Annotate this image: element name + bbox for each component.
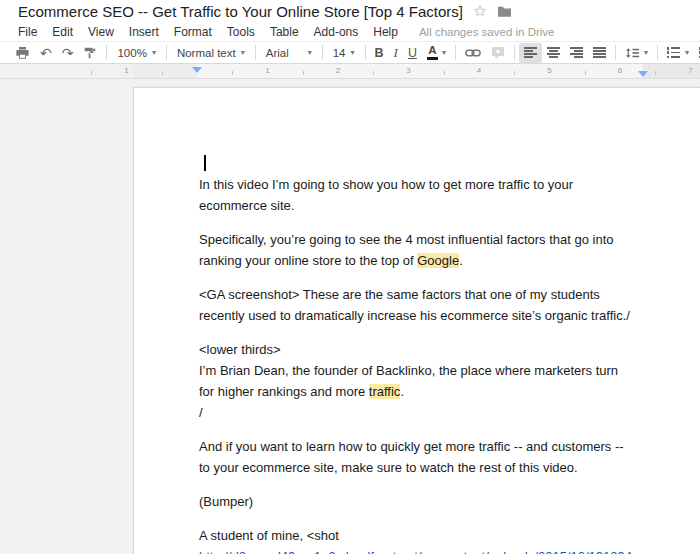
body-text: to your ecommerce site, make sure to wat…: [199, 460, 578, 475]
italic-button[interactable]: I: [389, 43, 403, 63]
right-indent-marker[interactable]: [638, 71, 648, 77]
body-text: recently used to dramatically increase h…: [199, 308, 630, 323]
insert-link-button[interactable]: [460, 43, 486, 63]
chevron-down-icon: ▾: [152, 49, 156, 57]
ruler-number: 1: [265, 66, 269, 75]
undo-icon: ↶: [40, 46, 52, 60]
align-justify-button[interactable]: [588, 43, 611, 63]
blank-line: [199, 478, 700, 491]
body-text: (Bumper): [199, 494, 253, 509]
ruler-tick: [162, 71, 163, 75]
align-right-button[interactable]: [565, 43, 588, 63]
numbered-list-icon: [667, 47, 681, 58]
text-line: http://d2ucnyd49ww1a6.cloudfront.net/wp-…: [199, 546, 700, 554]
align-left-button[interactable]: [519, 43, 542, 63]
redo-button[interactable]: ↷: [57, 43, 79, 63]
undo-button[interactable]: ↶: [35, 43, 57, 63]
menu-item-format[interactable]: Format: [174, 25, 212, 39]
blank-line: [199, 216, 700, 229]
text-line: ranking your online store to the top of …: [199, 250, 700, 271]
bold-button[interactable]: B: [370, 43, 389, 63]
document-title[interactable]: Ecommerce SEO -- Get Traffic to Your Onl…: [18, 3, 463, 20]
chevron-down-icon: ▾: [442, 49, 446, 57]
ruler-number: 6: [618, 66, 622, 75]
chevron-down-icon: ▾: [351, 49, 355, 57]
bulleted-list-button[interactable]: ▾: [694, 43, 700, 63]
font-family-select[interactable]: Arial ▾: [260, 43, 318, 63]
menu-item-file[interactable]: File: [18, 25, 37, 39]
ruler-number: 7: [688, 66, 692, 75]
menu-item-insert[interactable]: Insert: [129, 25, 159, 39]
menu-item-help[interactable]: Help: [373, 25, 398, 39]
text-line: And if you want to learn how to quickly …: [199, 436, 700, 457]
toolbar-separator: [514, 45, 515, 60]
text-color-button[interactable]: A ▾: [422, 43, 451, 63]
text-line: Specifically, you’re going to see the 4 …: [199, 229, 700, 250]
toolbar-separator: [322, 45, 323, 60]
document-content[interactable]: In this video I’m going to show you how …: [134, 88, 700, 554]
ruler-tick: [373, 71, 374, 75]
body-text: In this video I’m going to show you how …: [199, 177, 573, 192]
highlighted-text: Google: [417, 253, 459, 268]
body-text: <GA screenshot> These are the same facto…: [199, 287, 600, 302]
ruler-outer-zone: [0, 64, 133, 78]
insert-comment-button[interactable]: [486, 43, 510, 63]
print-button[interactable]: [10, 43, 35, 63]
text-color-icon: A: [427, 45, 438, 61]
line-spacing-button[interactable]: ▾: [620, 43, 653, 63]
paint-format-button[interactable]: [78, 43, 102, 63]
zoom-select[interactable]: 100% ▾: [111, 43, 161, 63]
body-text: .: [400, 384, 404, 399]
text-cursor: [204, 155, 206, 171]
left-indent-marker[interactable]: [192, 67, 202, 73]
blank-line: [199, 423, 700, 436]
hyperlink-text[interactable]: http://d2ucnyd49ww1a6.cloudfront.net/wp-…: [199, 549, 632, 554]
folder-icon[interactable]: [497, 5, 512, 18]
toolbar: ↶ ↷ 100% ▾ Normal text ▾ Arial ▾ 14 ▾ B …: [0, 41, 700, 64]
paint-format-icon: [83, 46, 97, 60]
link-icon: [465, 47, 481, 59]
text-line: /: [199, 402, 700, 423]
menu-item-view[interactable]: View: [88, 25, 114, 39]
menu-item-table[interactable]: Table: [270, 25, 299, 39]
toolbar-separator: [455, 45, 456, 60]
menu-item-edit[interactable]: Edit: [52, 25, 73, 39]
menu-item-tools[interactable]: Tools: [227, 25, 255, 39]
text-line: (Bumper): [199, 491, 700, 512]
document-workspace: In this video I’m going to show you how …: [0, 79, 700, 554]
ruler-number: 2: [336, 66, 340, 75]
body-text: I’m Brian Dean, the founder of Backlinko…: [199, 363, 618, 378]
body-text: A student of mine, <shot: [199, 528, 339, 543]
body-text: Specifically, you’re going to see the 4 …: [199, 232, 614, 247]
align-justify-icon: [593, 47, 606, 58]
align-center-button[interactable]: [542, 43, 565, 63]
toolbar-separator: [106, 45, 107, 60]
paragraph-style-select[interactable]: Normal text ▾: [171, 43, 251, 63]
star-icon[interactable]: [473, 4, 487, 18]
ruler-tick: [444, 71, 445, 75]
numbered-list-button[interactable]: ▾: [662, 43, 694, 63]
chevron-down-icon: ▾: [308, 49, 312, 57]
text-line: A student of mine, <shot: [199, 525, 700, 546]
font-size-select[interactable]: 14 ▾: [327, 43, 361, 63]
ruler-number: 4: [477, 66, 481, 75]
body-text: /: [199, 405, 203, 420]
text-line: recently used to dramatically increase h…: [199, 305, 700, 326]
body-text: ranking your online store to the top of: [199, 253, 417, 268]
chevron-down-icon: ▾: [241, 49, 245, 57]
ruler-tick: [585, 71, 586, 75]
body-text: <lower thirds>: [199, 342, 281, 357]
ruler[interactable]: 11234567: [0, 64, 700, 79]
document-page[interactable]: In this video I’m going to show you how …: [133, 87, 700, 554]
underline-button[interactable]: U: [403, 43, 422, 63]
body-text: And if you want to learn how to quickly …: [199, 439, 624, 454]
ruler-tick: [91, 71, 92, 75]
toolbar-separator: [166, 45, 167, 60]
menu-item-add-ons[interactable]: Add-ons: [314, 25, 359, 39]
text-line: <lower thirds>: [199, 339, 700, 360]
highlighted-text: traffic: [369, 384, 401, 399]
ruler-tick: [303, 71, 304, 75]
chevron-down-icon: ▾: [644, 49, 648, 57]
text-line: In this video I’m going to show you how …: [199, 174, 700, 195]
text-line: ecommerce site.: [199, 195, 700, 216]
